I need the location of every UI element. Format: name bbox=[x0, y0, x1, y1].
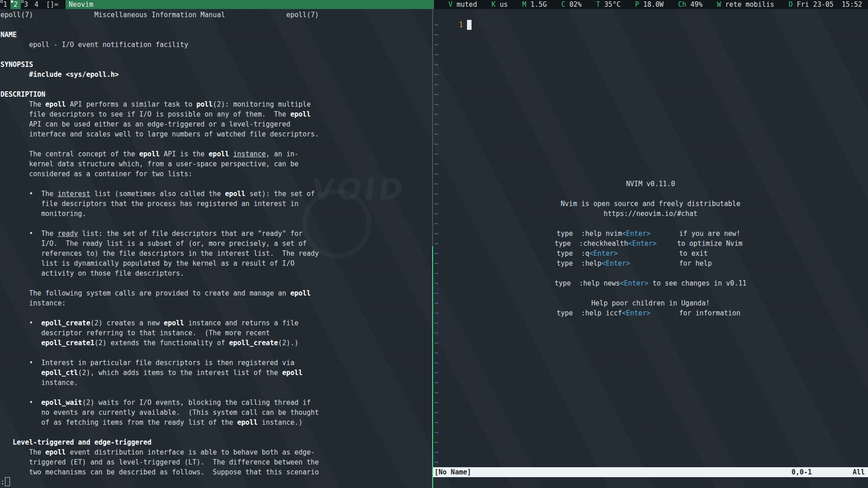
man-line: The central concept of the epoll API is … bbox=[0, 149, 432, 159]
man-line: epoll_create1(2) extends the functionali… bbox=[0, 338, 432, 348]
tilde-line: ~ bbox=[434, 408, 439, 418]
man-line: monitoring. bbox=[0, 209, 432, 219]
workspace-tag-3[interactable]: 3 bbox=[21, 0, 31, 9]
tilde-line: ~ bbox=[434, 457, 439, 467]
man-line: • The ready list: the set of file descri… bbox=[0, 229, 432, 239]
man-line bbox=[0, 139, 432, 149]
tag-label: 4 bbox=[34, 0, 38, 9]
tilde-line: ~ bbox=[434, 437, 439, 447]
man-page-pane[interactable]: epoll(7) Miscellaneous Information Manua… bbox=[0, 9, 432, 488]
man-page-content: epoll(7) Miscellaneous Information Manua… bbox=[0, 10, 432, 487]
status-item-v: Vmuted bbox=[448, 0, 477, 9]
tilde-line: ~ bbox=[434, 20, 439, 30]
system-status: VmutedKusM1.5GC02%T35°CP18.0WCh49%Wrete … bbox=[434, 0, 868, 9]
tilde-line: ~ bbox=[434, 388, 439, 398]
tilde-line: ~ bbox=[434, 149, 439, 159]
man-line: list is dynamically populated by the ker… bbox=[0, 258, 432, 268]
status-key: C bbox=[561, 0, 565, 9]
intro-line: type :help iccf<Enter> for information bbox=[433, 308, 868, 318]
tag-indicator-outline bbox=[21, 0, 24, 3]
man-line: no events are currently available. (This… bbox=[0, 408, 432, 418]
tilde-line: ~ bbox=[434, 60, 439, 70]
status-value: muted bbox=[457, 0, 477, 9]
man-line bbox=[0, 80, 432, 89]
tilde-line: ~ bbox=[434, 139, 439, 149]
nvim-first-line: 1 bbox=[434, 10, 868, 20]
man-line: The epoll event distribution interface i… bbox=[0, 447, 432, 457]
status-item-w: Wrete mobilis bbox=[717, 0, 774, 9]
man-line bbox=[0, 348, 432, 358]
tilde-line: ~ bbox=[434, 99, 439, 109]
tilde-line: ~ bbox=[434, 189, 439, 199]
tilde-line: ~ bbox=[434, 288, 439, 298]
man-line: of as fetching items from the ready list… bbox=[0, 418, 432, 427]
status-key: K bbox=[491, 0, 495, 9]
status-value: 18.0W bbox=[643, 0, 664, 9]
man-line: The following system calls are provided … bbox=[0, 288, 432, 298]
man-line: file descriptors that the process has re… bbox=[0, 199, 432, 209]
workspace-tags: 1234 bbox=[0, 0, 42, 9]
man-line: • epoll_wait(2) waits for I/O events, bl… bbox=[0, 398, 432, 408]
status-item-c: C02% bbox=[561, 0, 581, 9]
tilde-line: ~ bbox=[434, 159, 439, 169]
man-line: #include <sys/epoll.h> bbox=[0, 70, 432, 80]
workspace-tag-4[interactable]: 4 bbox=[31, 0, 42, 9]
window-title: Neovim bbox=[66, 0, 434, 9]
tilde-line: ~ bbox=[434, 328, 439, 338]
status-key: P bbox=[635, 0, 639, 9]
man-line: instance. bbox=[0, 378, 432, 388]
status-item-ch: Ch49% bbox=[678, 0, 703, 9]
status-key: W bbox=[717, 0, 721, 9]
intro-line: type :help news<Enter> to see changes in… bbox=[433, 278, 868, 288]
man-line: I/O. The ready list is a subset of (or, … bbox=[0, 239, 432, 249]
man-line: Level-triggered and edge-triggered bbox=[0, 437, 432, 447]
man-line: references to) the file descriptors in t… bbox=[0, 249, 432, 258]
neovim-pane[interactable]: 1 ~~~~~~~~~~~~~~~~~~~~~~~~~~~~~~~~~~~~~~… bbox=[433, 9, 868, 488]
intro-line: type :help nvim<Enter> if you are new! bbox=[433, 229, 868, 239]
man-line: API can be used either as an edge-trigge… bbox=[0, 119, 432, 129]
man-line bbox=[0, 50, 432, 60]
tilde-line: ~ bbox=[434, 80, 439, 89]
nvim-cursor bbox=[467, 20, 472, 30]
tilde-line: ~ bbox=[434, 368, 439, 378]
workspace-tag-1[interactable]: 1 bbox=[0, 0, 10, 9]
man-line: triggered (ET) and as level-triggered (L… bbox=[0, 457, 432, 467]
tilde-line: ~ bbox=[434, 427, 439, 437]
tilde-line: ~ bbox=[434, 398, 439, 408]
tilde-line: ~ bbox=[434, 447, 439, 457]
man-line bbox=[0, 20, 432, 30]
status-key: V bbox=[448, 0, 453, 9]
tag-label: 2 bbox=[14, 0, 18, 9]
status-item-p: P18.0W bbox=[635, 0, 664, 9]
tilde-line: ~ bbox=[434, 119, 439, 129]
man-line: file descriptors to see if I/O is possib… bbox=[0, 109, 432, 119]
tag-label: 1 bbox=[3, 0, 7, 9]
man-line: • The interest list (sometimes also call… bbox=[0, 189, 432, 199]
tilde-line: ~ bbox=[434, 89, 439, 99]
tilde-line: ~ bbox=[434, 169, 439, 179]
man-line bbox=[0, 427, 432, 437]
pager-cursor bbox=[5, 477, 10, 486]
status-key: Ch bbox=[678, 0, 686, 9]
tag-label: 3 bbox=[24, 0, 28, 9]
man-line: epoll - I/O event notification facility bbox=[0, 40, 432, 50]
man-line: epoll_ctl(2), which adds items to the in… bbox=[0, 368, 432, 378]
tilde-line: ~ bbox=[434, 338, 439, 348]
tag-indicator-outline bbox=[0, 0, 3, 3]
status-value: 02% bbox=[569, 0, 581, 9]
man-line: activity on those file descriptors. bbox=[0, 268, 432, 278]
man-line: two mechanisms can be described as follo… bbox=[0, 467, 432, 477]
intro-line: type :checkhealth<Enter> to optimize Nvi… bbox=[433, 239, 868, 249]
status-value: us bbox=[500, 0, 508, 9]
scroll-position: All bbox=[853, 468, 865, 476]
intro-line: https://neovim.io/#chat bbox=[433, 209, 868, 219]
workspace-tag-2[interactable]: 2 bbox=[10, 0, 21, 9]
tilde-line: ~ bbox=[434, 50, 439, 60]
man-line: kernel data structure which, from a user… bbox=[0, 159, 432, 169]
tilde-line: ~ bbox=[434, 378, 439, 388]
status-key: D bbox=[788, 0, 793, 9]
tilde-line: ~ bbox=[434, 30, 439, 40]
layout-symbol[interactable]: []= bbox=[42, 0, 63, 9]
pager-prompt-line: : bbox=[0, 477, 432, 487]
man-line bbox=[0, 308, 432, 318]
